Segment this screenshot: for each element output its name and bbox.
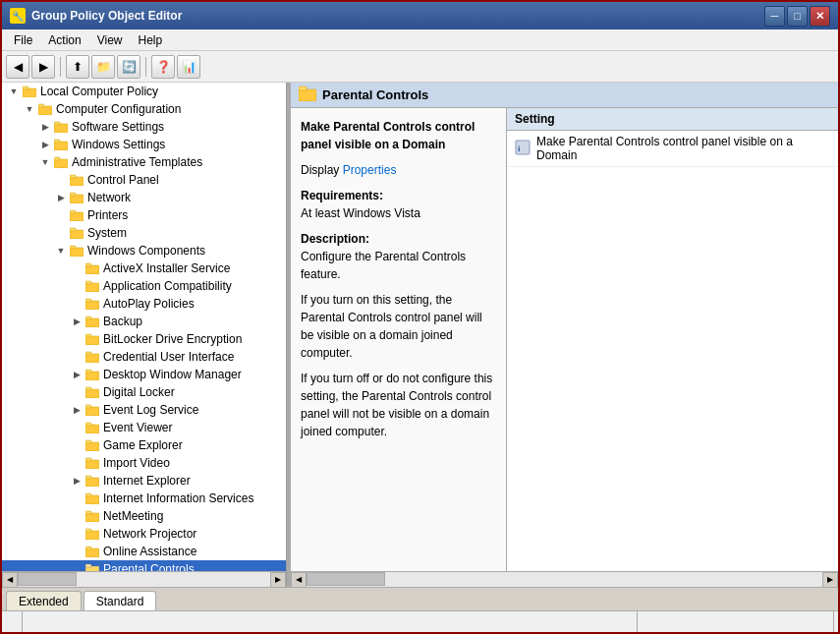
tree-printers[interactable]: ▶ Printers xyxy=(2,206,286,224)
ap-folder-icon xyxy=(84,296,100,312)
ss-expand[interactable]: ▶ xyxy=(37,119,53,135)
svg-rect-48 xyxy=(85,513,99,522)
minimize-button[interactable]: ─ xyxy=(764,6,785,27)
cu-folder-icon xyxy=(84,349,100,365)
tree-computer-config[interactable]: ▼ Computer Configuration xyxy=(2,100,286,118)
oa-label: Online Assistance xyxy=(103,543,196,560)
tree-scroll-right[interactable]: ▶ xyxy=(270,572,286,588)
tree-iis[interactable]: Internet Information Services xyxy=(2,490,286,507)
forward-button[interactable]: ▶ xyxy=(31,55,55,79)
close-button[interactable]: ✕ xyxy=(810,6,830,27)
tree-event-log[interactable]: ▶ Event Log Service xyxy=(2,401,286,419)
tree-import-video[interactable]: Import Video xyxy=(2,454,286,472)
export-button[interactable]: 📊 xyxy=(177,55,200,79)
bl-label: BitLocker Drive Encryption xyxy=(103,330,242,348)
svg-rect-6 xyxy=(54,142,68,150)
status-section-3 xyxy=(638,611,834,632)
tree-scroll-track[interactable] xyxy=(18,572,270,587)
right-h-scrollbar[interactable]: ◀ ▶ xyxy=(291,571,838,587)
maximize-button[interactable]: □ xyxy=(787,6,808,27)
menu-help[interactable]: Help xyxy=(131,31,171,48)
tree-netmeeting[interactable]: NetMeeting xyxy=(2,507,286,525)
wc-label: Windows Components xyxy=(87,242,205,259)
np-label: Network Projector xyxy=(103,525,196,543)
menu-action[interactable]: Action xyxy=(40,31,88,48)
at-expand[interactable]: ▼ xyxy=(37,154,53,170)
cc-label: Computer Configuration xyxy=(56,100,181,118)
el-expand[interactable]: ▶ xyxy=(69,402,84,418)
menu-file[interactable]: File xyxy=(6,31,40,48)
panel-header-title: Parental Controls xyxy=(322,87,428,102)
tree-activex[interactable]: ActiveX Installer Service xyxy=(2,259,286,277)
tree-app-compat[interactable]: Application Compatibility xyxy=(2,277,286,295)
tree-root[interactable]: ▼ Local Computer Policy xyxy=(2,83,286,100)
menu-view[interactable]: View xyxy=(89,31,131,48)
tree-autoplay[interactable]: AutoPlay Policies xyxy=(2,295,286,313)
properties-link[interactable]: Properties xyxy=(343,163,397,177)
right-scroll-thumb[interactable] xyxy=(307,572,385,586)
tree-scroll-thumb[interactable] xyxy=(18,572,77,586)
iv-folder-icon xyxy=(84,455,100,471)
left-panel: ▼ Local Computer Policy ▼ xyxy=(2,83,287,587)
svg-rect-55 xyxy=(85,564,91,567)
root-expand[interactable]: ▼ xyxy=(6,84,22,99)
tree-online-assistance[interactable]: Online Assistance xyxy=(2,543,286,560)
tree-desktop-wm[interactable]: ▶ Desktop Window Manager xyxy=(2,366,286,383)
wc-expand[interactable]: ▼ xyxy=(53,243,69,259)
tree-bitlocker[interactable]: BitLocker Drive Encryption xyxy=(2,330,286,348)
root-folder-icon xyxy=(22,84,37,99)
svg-rect-44 xyxy=(85,478,99,487)
ss-label: Software Settings xyxy=(72,118,164,136)
tree-parental-controls[interactable]: Parental Controls xyxy=(2,560,286,571)
right-scroll-left[interactable]: ◀ xyxy=(291,572,307,588)
folder-button[interactable]: 📁 xyxy=(91,55,115,79)
tree-network-projector[interactable]: Network Projector xyxy=(2,525,286,543)
settings-row-label-1: Make Parental Controls control panel vis… xyxy=(536,135,830,162)
tab-standard[interactable]: Standard xyxy=(84,591,157,611)
tree-windows-components[interactable]: ▼ Windows Components xyxy=(2,242,286,259)
svg-rect-56 xyxy=(299,89,316,101)
tree-windows-settings[interactable]: ▶ Windows Settings xyxy=(2,136,286,153)
tree-network[interactable]: ▶ Network xyxy=(2,189,286,206)
tree-credential-ui[interactable]: Credential User Interface xyxy=(2,348,286,366)
ws-expand[interactable]: ▶ xyxy=(37,137,53,152)
status-section-1 xyxy=(6,611,23,632)
svg-rect-18 xyxy=(70,248,84,257)
tree-digital-locker[interactable]: Digital Locker xyxy=(2,383,286,401)
app-icon: 🔧 xyxy=(10,8,26,24)
refresh-button[interactable]: 🔄 xyxy=(117,55,140,79)
cc-expand[interactable]: ▼ xyxy=(22,101,37,117)
description-section: Description: Configure the Parental Cont… xyxy=(301,230,496,283)
ie-expand[interactable]: ▶ xyxy=(69,473,84,489)
back-button[interactable]: ◀ xyxy=(6,55,29,79)
main-window: 🔧 Group Policy Object Editor ─ □ ✕ File … xyxy=(0,0,840,634)
tab-extended[interactable]: Extended xyxy=(6,591,82,610)
tree-scroll-left[interactable]: ◀ xyxy=(2,572,18,588)
toolbar-sep-2 xyxy=(145,57,146,77)
tree-backup[interactable]: ▶ Backup xyxy=(2,313,286,330)
svg-rect-23 xyxy=(85,281,91,284)
tree-container[interactable]: ▼ Local Computer Policy ▼ xyxy=(2,83,286,571)
up-button[interactable]: ⬆ xyxy=(66,55,89,79)
right-scroll-right[interactable]: ▶ xyxy=(822,572,838,588)
settings-row-1[interactable]: i Make Parental Controls control panel v… xyxy=(507,131,838,167)
bottom-tabs: Extended Standard xyxy=(2,587,838,610)
help-button[interactable]: ❓ xyxy=(151,55,175,79)
right-scroll-track[interactable] xyxy=(307,572,822,587)
svg-rect-0 xyxy=(23,88,36,97)
tree-game-explorer[interactable]: Game Explorer xyxy=(2,436,286,454)
tree-system[interactable]: ▶ System xyxy=(2,224,286,242)
tree-internet-explorer[interactable]: ▶ Internet Explorer xyxy=(2,472,286,490)
net-expand[interactable]: ▶ xyxy=(53,190,69,205)
svg-rect-39 xyxy=(85,423,91,426)
tree-software-settings[interactable]: ▶ Software Settings xyxy=(2,118,286,136)
tree-control-panel[interactable]: ▶ Control Panel xyxy=(2,171,286,189)
tree-admin-templates[interactable]: ▼ Administrative Templates xyxy=(2,153,286,171)
pc-label: Parental Controls xyxy=(103,560,195,571)
tree-h-scrollbar[interactable]: ◀ ▶ xyxy=(2,571,286,587)
svg-rect-7 xyxy=(54,140,60,143)
svg-rect-36 xyxy=(85,407,99,416)
bk-expand[interactable]: ▶ xyxy=(69,314,84,329)
dwm-expand[interactable]: ▶ xyxy=(69,367,84,382)
tree-event-viewer[interactable]: Event Viewer xyxy=(2,419,286,436)
